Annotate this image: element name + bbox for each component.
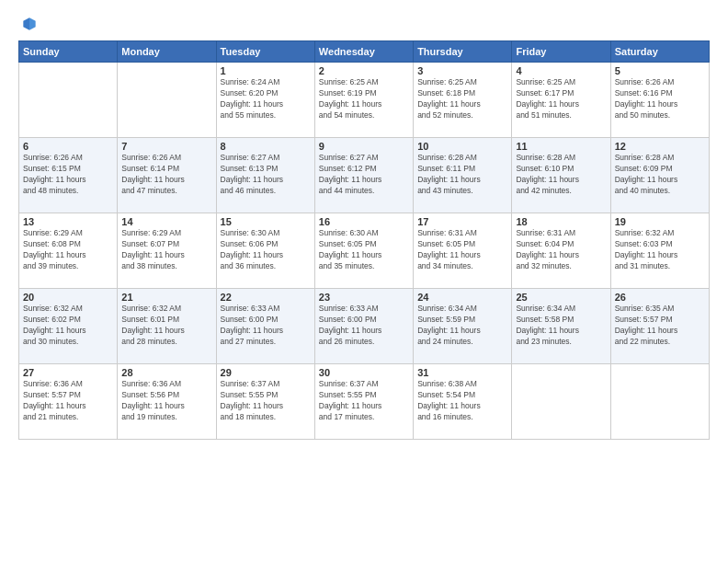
day-detail: Sunrise: 6:28 AM Sunset: 6:11 PM Dayligh… — [417, 153, 507, 197]
day-number: 4 — [516, 65, 606, 76]
calendar-cell — [610, 364, 709, 440]
calendar-cell: 15Sunrise: 6:30 AM Sunset: 6:06 PM Dayli… — [216, 213, 314, 289]
day-detail: Sunrise: 6:25 AM Sunset: 6:18 PM Dayligh… — [417, 77, 507, 121]
day-number: 10 — [417, 141, 507, 152]
day-header-thursday: Thursday — [414, 41, 512, 63]
calendar-cell: 24Sunrise: 6:34 AM Sunset: 5:59 PM Dayli… — [414, 289, 512, 364]
week-row-2: 6Sunrise: 6:26 AM Sunset: 6:15 PM Daylig… — [19, 138, 710, 213]
calendar-cell: 26Sunrise: 6:35 AM Sunset: 5:57 PM Dayli… — [610, 289, 709, 364]
day-detail: Sunrise: 6:36 AM Sunset: 5:57 PM Dayligh… — [23, 379, 113, 423]
calendar-cell: 30Sunrise: 6:37 AM Sunset: 5:55 PM Dayli… — [314, 364, 413, 440]
day-number: 26 — [615, 292, 705, 303]
day-number: 24 — [417, 292, 507, 303]
day-detail: Sunrise: 6:32 AM Sunset: 6:02 PM Dayligh… — [23, 304, 113, 348]
calendar-cell: 12Sunrise: 6:28 AM Sunset: 6:09 PM Dayli… — [610, 138, 709, 213]
calendar-cell: 20Sunrise: 6:32 AM Sunset: 6:02 PM Dayli… — [19, 289, 118, 364]
calendar-cell: 31Sunrise: 6:38 AM Sunset: 5:54 PM Dayli… — [414, 364, 512, 440]
day-detail: Sunrise: 6:24 AM Sunset: 6:20 PM Dayligh… — [221, 77, 311, 121]
day-detail: Sunrise: 6:37 AM Sunset: 5:55 PM Dayligh… — [319, 379, 409, 423]
day-number: 2 — [319, 65, 409, 76]
day-number: 31 — [417, 367, 507, 378]
calendar-cell: 5Sunrise: 6:26 AM Sunset: 6:16 PM Daylig… — [610, 63, 709, 138]
day-number: 7 — [121, 141, 211, 152]
day-header-friday: Friday — [512, 41, 610, 63]
day-number: 22 — [221, 292, 311, 303]
calendar-cell: 10Sunrise: 6:28 AM Sunset: 6:11 PM Dayli… — [414, 138, 512, 213]
day-number: 9 — [319, 141, 409, 152]
day-detail: Sunrise: 6:26 AM Sunset: 6:14 PM Dayligh… — [121, 153, 211, 197]
day-detail: Sunrise: 6:29 AM Sunset: 6:07 PM Dayligh… — [121, 228, 211, 272]
calendar-cell: 16Sunrise: 6:30 AM Sunset: 6:05 PM Dayli… — [314, 213, 413, 289]
day-number: 29 — [221, 367, 311, 378]
day-detail: Sunrise: 6:31 AM Sunset: 6:05 PM Dayligh… — [417, 228, 507, 272]
logo-icon — [20, 15, 39, 33]
calendar-cell: 27Sunrise: 6:36 AM Sunset: 5:57 PM Dayli… — [19, 364, 118, 440]
day-detail: Sunrise: 6:33 AM Sunset: 6:00 PM Dayligh… — [319, 304, 409, 348]
day-number: 16 — [319, 216, 409, 227]
day-header-saturday: Saturday — [610, 41, 709, 63]
day-number: 21 — [121, 292, 211, 303]
calendar-cell: 23Sunrise: 6:33 AM Sunset: 6:00 PM Dayli… — [314, 289, 413, 364]
calendar-cell: 3Sunrise: 6:25 AM Sunset: 6:18 PM Daylig… — [414, 63, 512, 138]
day-detail: Sunrise: 6:27 AM Sunset: 6:12 PM Dayligh… — [319, 153, 409, 197]
day-number: 18 — [516, 216, 606, 227]
day-detail: Sunrise: 6:25 AM Sunset: 6:17 PM Dayligh… — [516, 77, 606, 121]
day-number: 14 — [121, 216, 211, 227]
calendar-cell — [19, 63, 118, 138]
calendar-cell: 29Sunrise: 6:37 AM Sunset: 5:55 PM Dayli… — [216, 364, 314, 440]
day-header-tuesday: Tuesday — [216, 41, 314, 63]
day-header-sunday: Sunday — [19, 41, 118, 63]
day-number: 17 — [417, 216, 507, 227]
day-detail: Sunrise: 6:28 AM Sunset: 6:10 PM Dayligh… — [516, 153, 606, 197]
day-detail: Sunrise: 6:26 AM Sunset: 6:16 PM Dayligh… — [615, 77, 705, 121]
calendar-cell: 8Sunrise: 6:27 AM Sunset: 6:13 PM Daylig… — [216, 138, 314, 213]
day-number: 23 — [319, 292, 409, 303]
day-detail: Sunrise: 6:35 AM Sunset: 5:57 PM Dayligh… — [615, 304, 705, 348]
day-number: 6 — [23, 141, 113, 152]
header — [18, 15, 710, 31]
day-detail: Sunrise: 6:38 AM Sunset: 5:54 PM Dayligh… — [417, 379, 507, 423]
day-detail: Sunrise: 6:34 AM Sunset: 5:58 PM Dayligh… — [516, 304, 606, 348]
week-row-4: 20Sunrise: 6:32 AM Sunset: 6:02 PM Dayli… — [19, 289, 710, 364]
day-detail: Sunrise: 6:32 AM Sunset: 6:03 PM Dayligh… — [615, 228, 705, 272]
day-number: 8 — [221, 141, 311, 152]
day-number: 19 — [615, 216, 705, 227]
calendar-table: SundayMondayTuesdayWednesdayThursdayFrid… — [18, 40, 710, 440]
calendar-cell: 4Sunrise: 6:25 AM Sunset: 6:17 PM Daylig… — [512, 63, 610, 138]
logo — [18, 15, 39, 31]
day-number: 13 — [23, 216, 113, 227]
day-detail: Sunrise: 6:29 AM Sunset: 6:08 PM Dayligh… — [23, 228, 113, 272]
day-number: 12 — [615, 141, 705, 152]
day-detail: Sunrise: 6:30 AM Sunset: 6:06 PM Dayligh… — [221, 228, 311, 272]
day-detail: Sunrise: 6:31 AM Sunset: 6:04 PM Dayligh… — [516, 228, 606, 272]
calendar-cell: 13Sunrise: 6:29 AM Sunset: 6:08 PM Dayli… — [19, 213, 118, 289]
calendar-cell: 25Sunrise: 6:34 AM Sunset: 5:58 PM Dayli… — [512, 289, 610, 364]
day-detail: Sunrise: 6:30 AM Sunset: 6:05 PM Dayligh… — [319, 228, 409, 272]
logo-top — [18, 15, 39, 33]
day-detail: Sunrise: 6:27 AM Sunset: 6:13 PM Dayligh… — [221, 153, 311, 197]
page: SundayMondayTuesdayWednesdayThursdayFrid… — [0, 0, 728, 563]
calendar-cell: 2Sunrise: 6:25 AM Sunset: 6:19 PM Daylig… — [314, 63, 413, 138]
day-detail: Sunrise: 6:36 AM Sunset: 5:56 PM Dayligh… — [121, 379, 211, 423]
calendar-cell: 14Sunrise: 6:29 AM Sunset: 6:07 PM Dayli… — [118, 213, 216, 289]
calendar-cell: 28Sunrise: 6:36 AM Sunset: 5:56 PM Dayli… — [118, 364, 216, 440]
day-detail: Sunrise: 6:28 AM Sunset: 6:09 PM Dayligh… — [615, 153, 705, 197]
day-detail: Sunrise: 6:26 AM Sunset: 6:15 PM Dayligh… — [23, 153, 113, 197]
week-row-5: 27Sunrise: 6:36 AM Sunset: 5:57 PM Dayli… — [19, 364, 710, 440]
calendar-cell: 11Sunrise: 6:28 AM Sunset: 6:10 PM Dayli… — [512, 138, 610, 213]
calendar-cell — [512, 364, 610, 440]
week-row-3: 13Sunrise: 6:29 AM Sunset: 6:08 PM Dayli… — [19, 213, 710, 289]
day-number: 27 — [23, 367, 113, 378]
day-number: 1 — [221, 65, 311, 76]
week-row-1: 1Sunrise: 6:24 AM Sunset: 6:20 PM Daylig… — [19, 63, 710, 138]
day-detail: Sunrise: 6:32 AM Sunset: 6:01 PM Dayligh… — [121, 304, 211, 348]
header-row: SundayMondayTuesdayWednesdayThursdayFrid… — [19, 41, 710, 63]
calendar-cell: 19Sunrise: 6:32 AM Sunset: 6:03 PM Dayli… — [610, 213, 709, 289]
day-detail: Sunrise: 6:34 AM Sunset: 5:59 PM Dayligh… — [417, 304, 507, 348]
day-number: 3 — [417, 65, 507, 76]
day-number: 30 — [319, 367, 409, 378]
calendar-cell — [118, 63, 216, 138]
calendar-cell: 18Sunrise: 6:31 AM Sunset: 6:04 PM Dayli… — [512, 213, 610, 289]
calendar-cell: 17Sunrise: 6:31 AM Sunset: 6:05 PM Dayli… — [414, 213, 512, 289]
day-header-wednesday: Wednesday — [314, 41, 413, 63]
